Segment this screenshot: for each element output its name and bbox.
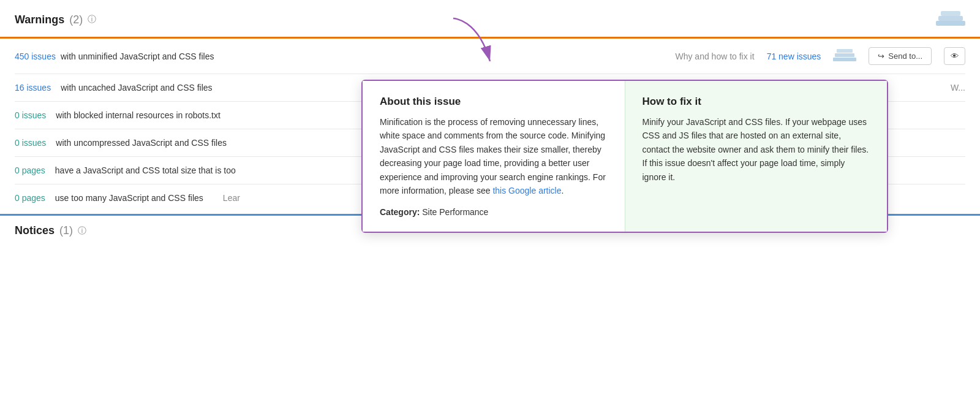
eye-button[interactable]: 👁 xyxy=(944,47,965,65)
popup-body-text1: Minification is the process of removing … xyxy=(380,117,606,195)
popup-about-heading: About this issue xyxy=(380,96,608,108)
warnings-header: Warnings (2) ⓘ xyxy=(0,0,980,39)
popup-about-body: Minification is the process of removing … xyxy=(380,115,608,197)
popup-google-link[interactable]: this Google article xyxy=(492,186,561,195)
popup-category-value: Site Performance xyxy=(420,207,488,217)
row6-pages-link[interactable]: 0 pages xyxy=(15,193,45,203)
svg-rect-0 xyxy=(936,21,965,26)
popup-category: Category: Site Performance xyxy=(380,207,608,217)
page-wrapper: Warnings (2) ⓘ 450 issues with unminifie… xyxy=(0,0,980,402)
stack-icon-header xyxy=(936,10,965,29)
warnings-title: Warnings xyxy=(15,13,64,26)
popup-left-panel: About this issue Minification is the pro… xyxy=(363,81,625,232)
row4-text: with uncompressed JavaScript and CSS fil… xyxy=(56,138,227,148)
row2-text: with uncached JavaScript and CSS files xyxy=(61,83,212,93)
popup-right-panel: How to fix it Minify your JavaScript and… xyxy=(625,81,888,232)
row2-why-partial: W... xyxy=(951,83,965,93)
row1-issues-link[interactable]: 450 issues xyxy=(15,51,56,61)
row4-issues-link[interactable]: 0 issues xyxy=(15,138,46,148)
svg-rect-3 xyxy=(833,58,856,61)
row3-issues-link[interactable]: 0 issues xyxy=(15,110,46,120)
row1-stack-icon xyxy=(833,48,856,64)
send-to-button[interactable]: ↪ Send to... xyxy=(869,47,932,65)
row1-controls: Why and how to fix it 71 new issues ↪ Se… xyxy=(675,47,965,65)
send-icon: ↪ xyxy=(878,51,884,61)
popup-fix-body: Minify your JavaScript and CSS files. If… xyxy=(643,115,870,184)
popup-body-period: . xyxy=(562,186,564,195)
popup-category-label: Category: xyxy=(380,207,420,217)
row1-new-issues[interactable]: 71 new issues xyxy=(767,51,821,61)
svg-rect-1 xyxy=(938,16,963,21)
row6-learn-link[interactable]: Lear xyxy=(223,193,240,203)
notices-info-icon[interactable]: ⓘ xyxy=(78,226,86,237)
popup-overlay: About this issue Minification is the pro… xyxy=(361,80,888,233)
warnings-count: (2) xyxy=(69,13,83,26)
row1-why-link[interactable]: Why and how to fix it xyxy=(675,51,754,61)
svg-rect-2 xyxy=(941,11,960,16)
info-icon[interactable]: ⓘ xyxy=(88,14,96,25)
notices-title: Notices xyxy=(15,224,55,237)
popup-fix-heading: How to fix it xyxy=(643,96,870,108)
row6-text: use too many JavaScript and CSS files xyxy=(55,193,203,203)
notices-count: (1) xyxy=(59,224,73,237)
row1-text: with unminified JavaScript and CSS files xyxy=(61,51,214,61)
row3-text: with blocked internal resources in robot… xyxy=(56,110,220,120)
row5-pages-link[interactable]: 0 pages xyxy=(15,165,45,175)
svg-rect-5 xyxy=(837,49,853,53)
row1-left: 450 issues with unminified JavaScript an… xyxy=(15,51,675,61)
row2-issues-link[interactable]: 16 issues xyxy=(15,83,51,93)
send-to-label: Send to... xyxy=(888,51,922,61)
row5-text: have a JavaScript and CSS total size tha… xyxy=(55,165,236,175)
issue-row-1: 450 issues with unminified JavaScript an… xyxy=(15,39,965,74)
eye-icon: 👁 xyxy=(951,51,959,61)
svg-rect-4 xyxy=(835,53,854,57)
